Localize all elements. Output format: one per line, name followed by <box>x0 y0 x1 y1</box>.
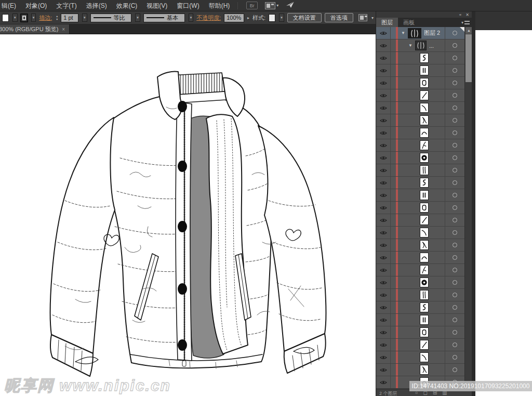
target-circle[interactable] <box>445 64 464 76</box>
layer-row[interactable] <box>376 351 464 364</box>
layer-thumbnail[interactable] <box>420 352 429 362</box>
visibility-toggle-icon[interactable] <box>376 326 391 338</box>
visibility-toggle-icon[interactable] <box>376 64 391 76</box>
layer-row[interactable] <box>376 152 464 164</box>
layer-row[interactable]: ▼图层 2 <box>376 27 464 39</box>
document-tab[interactable]: 300% (RGB/GPU 预览) × <box>0 24 70 34</box>
visibility-toggle-icon[interactable] <box>376 264 391 276</box>
menu-item[interactable]: 窗口(W) <box>172 0 204 11</box>
target-circle[interactable] <box>445 89 464 101</box>
layer-row[interactable] <box>376 177 464 189</box>
menu-item[interactable]: 文字(T) <box>51 0 81 11</box>
layer-row[interactable] <box>376 364 464 376</box>
visibility-toggle-icon[interactable] <box>376 39 391 51</box>
menu-item[interactable]: 视图(V) <box>142 0 172 11</box>
target-circle[interactable] <box>445 52 464 64</box>
menu-item[interactable]: 辑(E) <box>0 0 21 11</box>
visibility-toggle-icon[interactable] <box>376 27 391 39</box>
visibility-toggle-icon[interactable] <box>376 164 391 176</box>
visibility-toggle-icon[interactable] <box>376 127 391 139</box>
target-circle[interactable] <box>445 27 464 39</box>
stroke-label[interactable]: 描边: <box>39 14 52 22</box>
layer-row[interactable] <box>376 139 464 152</box>
profile-dropdown-icon[interactable]: ▾ <box>135 14 140 22</box>
target-circle[interactable] <box>445 177 464 189</box>
target-circle[interactable] <box>445 214 464 226</box>
target-circle[interactable] <box>445 114 464 126</box>
layer-row[interactable] <box>376 264 464 276</box>
visibility-toggle-icon[interactable] <box>376 102 391 114</box>
scroll-up-icon[interactable]: ▲ <box>466 27 472 34</box>
layer-row[interactable] <box>376 276 464 289</box>
fill-swatch[interactable] <box>2 14 9 22</box>
layer-thumbnail[interactable] <box>420 340 429 350</box>
opacity-arrow-icon[interactable]: ▸ <box>247 16 249 20</box>
align-panel-icon[interactable] <box>358 14 367 21</box>
visibility-toggle-icon[interactable] <box>376 202 391 214</box>
layer-thumbnail[interactable] <box>420 65 429 75</box>
visibility-toggle-icon[interactable] <box>376 177 391 189</box>
layer-row[interactable] <box>376 114 464 127</box>
chevron-down-icon[interactable]: ▾ <box>276 3 278 8</box>
layer-name[interactable]: ... <box>429 43 434 49</box>
visibility-toggle-icon[interactable] <box>376 276 391 288</box>
layer-thumbnail[interactable] <box>420 302 429 312</box>
stroke-dropdown-icon[interactable]: ▾ <box>31 14 36 22</box>
opacity-field[interactable]: 100% <box>224 14 244 22</box>
target-circle[interactable] <box>445 77 464 89</box>
layer-row[interactable] <box>376 301 464 314</box>
layer-row[interactable] <box>376 314 464 326</box>
layer-row[interactable] <box>376 77 464 89</box>
visibility-toggle-icon[interactable] <box>376 214 391 226</box>
target-circle[interactable] <box>445 314 464 326</box>
visibility-toggle-icon[interactable] <box>376 89 391 101</box>
target-circle[interactable] <box>445 252 464 263</box>
visibility-toggle-icon[interactable] <box>376 339 391 351</box>
target-circle[interactable] <box>445 351 464 363</box>
opacity-label[interactable]: 不透明度: <box>196 14 221 22</box>
layer-row[interactable] <box>376 164 464 177</box>
visibility-toggle-icon[interactable] <box>376 252 391 263</box>
visibility-toggle-icon[interactable] <box>376 227 391 239</box>
layer-row[interactable] <box>376 127 464 139</box>
layer-thumbnail[interactable] <box>420 128 429 138</box>
expand-triangle-icon[interactable]: ▼ <box>401 31 405 35</box>
collapse-panel-icon[interactable]: « <box>459 12 461 17</box>
layer-row[interactable] <box>376 239 464 252</box>
layer-row[interactable] <box>376 252 464 264</box>
layer-thumbnail[interactable] <box>420 278 429 287</box>
visibility-toggle-icon[interactable] <box>376 114 391 126</box>
spinner-down-icon[interactable]: ▾ <box>56 18 58 21</box>
visibility-toggle-icon[interactable] <box>376 376 391 388</box>
close-panel-icon[interactable]: ✕ <box>466 12 469 17</box>
tab-artboards[interactable]: 画板 <box>398 18 420 27</box>
layer-thumbnail[interactable] <box>420 290 429 300</box>
target-circle[interactable] <box>445 326 464 338</box>
stroke-weight-dropdown-icon[interactable]: ▾ <box>82 14 87 22</box>
visibility-toggle-icon[interactable] <box>376 189 391 201</box>
menu-item[interactable]: 选择(S) <box>82 0 112 11</box>
menu-item[interactable]: 对象(O) <box>21 0 51 11</box>
layer-row[interactable] <box>376 289 464 301</box>
preferences-button[interactable]: 首选项 <box>325 13 353 22</box>
layer-thumbnail[interactable] <box>420 190 429 200</box>
layer-row[interactable] <box>376 339 464 351</box>
target-circle[interactable] <box>445 139 464 151</box>
close-icon[interactable]: × <box>62 27 65 32</box>
layer-thumbnail[interactable] <box>420 240 429 250</box>
stroke-weight-field[interactable]: 1 pt <box>61 14 78 22</box>
layer-thumbnail[interactable] <box>408 28 421 38</box>
visibility-toggle-icon[interactable] <box>376 77 391 89</box>
layer-thumbnail[interactable] <box>420 265 429 275</box>
layer-thumbnail[interactable] <box>420 228 429 237</box>
layer-thumbnail[interactable] <box>420 203 429 213</box>
panel-scrollbar[interactable]: ▲ ▼ <box>464 27 472 389</box>
target-circle[interactable] <box>445 127 464 139</box>
target-circle[interactable] <box>445 189 464 201</box>
visibility-toggle-icon[interactable] <box>376 152 391 164</box>
visibility-toggle-icon[interactable] <box>376 52 391 64</box>
target-circle[interactable] <box>445 227 464 239</box>
menu-item[interactable]: 效果(C) <box>112 0 142 11</box>
expand-triangle-icon[interactable]: ▼ <box>408 43 413 48</box>
layer-thumbnail[interactable] <box>420 327 429 337</box>
